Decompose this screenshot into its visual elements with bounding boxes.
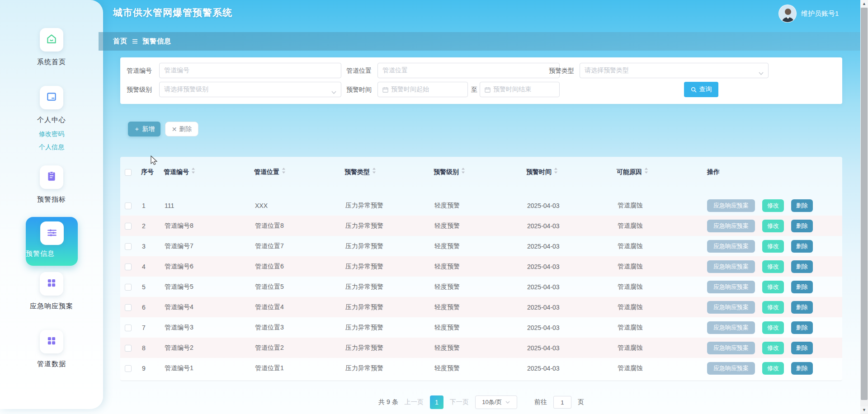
cell-index: 8 [141,338,164,358]
col-warn-time[interactable]: 预警时间 [526,157,617,195]
row-checkbox[interactable] [125,263,132,270]
row-checkbox[interactable] [125,325,132,331]
cell-pipe-no: 管道编号1 [164,358,254,378]
sidebar-link-personal-info[interactable]: 个人信息 [0,143,103,151]
user-box[interactable]: 维护员账号1 [778,5,839,23]
sidebar-item-emergency-plan[interactable]: 应急响应预案 [0,272,103,310]
emergency-plan-button[interactable]: 应急响应预案 [707,260,755,273]
x-icon: ✕ [172,126,177,133]
col-warn-type[interactable]: 预警类型 [344,157,434,195]
row-checkbox[interactable] [125,284,132,291]
scrollbar-thumb[interactable] [861,8,868,400]
edit-button[interactable]: 修改 [762,240,784,253]
col-actions: 操作 [707,157,842,195]
cell-reason: 管道腐蚀 [617,358,707,378]
row-delete-button[interactable]: 删除 [791,220,813,232]
emergency-plan-button[interactable]: 应急响应预案 [707,199,755,212]
col-pipe-loc[interactable]: 管道位置 [254,157,344,195]
edit-button[interactable]: 修改 [762,342,784,354]
edit-button[interactable]: 修改 [762,362,784,375]
sidebar-item-home[interactable]: 系统首页 [0,28,103,66]
page-1-button[interactable]: 1 [430,395,443,409]
next-page-button[interactable]: 下一页 [450,398,469,406]
vertical-scrollbar[interactable]: ▲ ▼ [860,0,868,414]
sidebar-link-change-password[interactable]: 修改密码 [0,130,103,138]
row-checkbox[interactable] [125,365,132,372]
cell-warn-time: 2025-04-03 [526,236,617,256]
time-end-input[interactable]: 预警时间结束 [480,82,560,97]
prev-page-button[interactable]: 上一页 [405,398,424,406]
cell-warn-type: 压力异常预警 [344,277,434,297]
row-delete-button[interactable]: 删除 [791,321,813,334]
cell-pipe-no: 管道编号2 [164,338,254,358]
cell-warn-time: 2025-04-03 [526,277,617,297]
scroll-up-button[interactable]: ▲ [860,0,868,7]
delete-button[interactable]: ✕ 删除 [165,122,198,136]
sidebar-item-pipeline-data[interactable]: 管道数据 [0,330,103,368]
emergency-plan-button[interactable]: 应急响应预案 [707,362,755,375]
emergency-plan-button[interactable]: 应急响应预案 [707,220,755,232]
cell-pipe-loc: 管道位置3 [254,317,344,338]
calendar-icon [382,87,388,93]
page-size-select[interactable]: 10条/页 [475,395,517,409]
select-all-checkbox[interactable] [125,169,132,176]
cell-pipe-loc: 管道位置1 [254,358,344,378]
pipe-loc-input[interactable]: 管道位置 [377,63,560,78]
user-name: 维护员账号1 [801,9,839,18]
add-button[interactable]: ＋ 新增 [128,122,160,136]
chevron-down-icon [505,401,510,404]
sidebar-item-warning-indicators[interactable]: 预警指标 [0,165,103,204]
row-delete-button[interactable]: 删除 [791,362,813,375]
row-delete-button[interactable]: 删除 [791,281,813,293]
emergency-plan-button[interactable]: 应急响应预案 [707,342,755,354]
warning-table: 序号 管道编号 管道位置 预警类型 预警级别 预警时间 可能原因 操作 1 11… [120,157,842,381]
row-checkbox[interactable] [125,243,132,250]
page-title: 城市供水管网爆管预警系统 [113,6,232,19]
cell-warn-type: 压力异常预警 [344,195,434,216]
edit-button[interactable]: 修改 [762,260,784,273]
cell-index: 4 [141,256,164,277]
cell-warn-time: 2025-04-03 [526,256,617,277]
warn-level-select[interactable]: 请选择预警级别 [159,82,341,97]
pipe-no-input[interactable]: 管道编号 [159,63,341,78]
sort-icon[interactable] [191,168,195,175]
cell-reason: 管道腐蚀 [617,236,707,256]
search-button[interactable]: 查询 [684,82,718,97]
sort-icon[interactable] [282,168,286,175]
edit-button[interactable]: 修改 [762,321,784,334]
row-checkbox[interactable] [125,202,132,209]
sidebar-item-profile[interactable]: 个人中心 [0,86,103,124]
row-checkbox[interactable] [125,223,132,230]
avatar[interactable] [778,5,797,23]
scroll-down-button[interactable]: ▼ [860,406,868,414]
edit-button[interactable]: 修改 [762,220,784,232]
time-start-input[interactable]: 预警时间起始 [377,82,468,97]
edit-button[interactable]: 修改 [762,281,784,293]
breadcrumb-home[interactable]: 首页 [113,37,127,46]
row-delete-button[interactable]: 删除 [791,240,813,253]
col-reason[interactable]: 可能原因 [617,157,707,195]
edit-button[interactable]: 修改 [762,199,784,212]
cell-warn-level: 轻度预警 [434,358,526,378]
edit-button[interactable]: 修改 [762,301,784,314]
emergency-plan-button[interactable]: 应急响应预案 [707,321,755,334]
emergency-plan-button[interactable]: 应急响应预案 [707,240,755,253]
emergency-plan-button[interactable]: 应急响应预案 [707,281,755,293]
row-delete-button[interactable]: 删除 [791,260,813,273]
goto-page-input[interactable] [553,396,571,409]
grid-icon [46,277,57,291]
row-delete-button[interactable]: 删除 [791,342,813,354]
sort-icon[interactable] [644,168,648,175]
warn-type-select[interactable]: 请选择预警类型 [580,63,769,78]
col-pipe-no[interactable]: 管道编号 [164,157,254,195]
sort-icon[interactable] [372,168,376,175]
row-delete-button[interactable]: 删除 [791,199,813,212]
row-checkbox[interactable] [125,304,132,311]
sort-icon[interactable] [554,168,558,175]
row-delete-button[interactable]: 删除 [791,301,813,314]
col-warn-level[interactable]: 预警级别 [434,157,526,195]
row-checkbox[interactable] [125,345,132,352]
emergency-plan-button[interactable]: 应急响应预案 [707,301,755,314]
sidebar-item-warning-info-active[interactable]: 预警信息 [26,217,78,266]
sort-icon[interactable] [461,168,465,175]
